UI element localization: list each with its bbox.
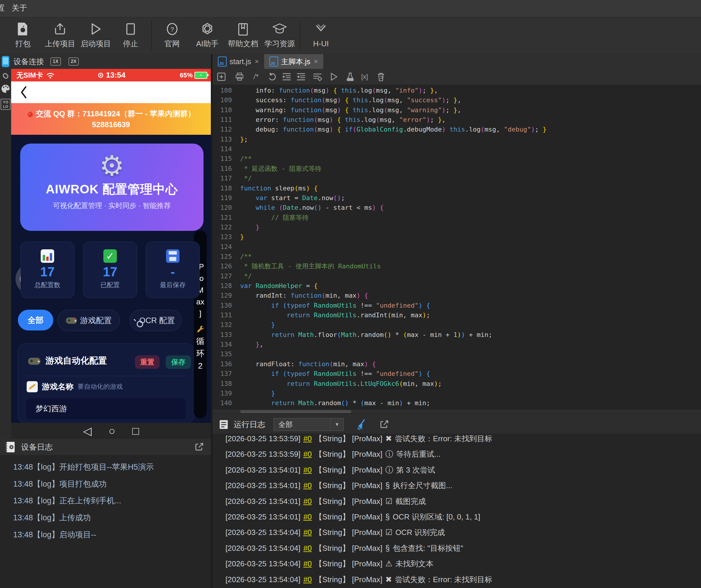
nav-home-icon[interactable]: ○ xyxy=(108,425,115,436)
game-card-title: 游戏自动化配置 xyxy=(45,355,107,367)
add-icon[interactable] xyxy=(216,71,227,82)
phone-icon[interactable] xyxy=(2,56,9,67)
phone-mirror[interactable]: 无SIM卡 ⊙ 13:54 65% ⚡ 交流 QQ 群：711841924（群一… xyxy=(11,69,211,423)
nav-recents-icon[interactable]: □ xyxy=(132,425,139,436)
log-ref-link[interactable]: #0 xyxy=(303,559,312,568)
filter-pill-1[interactable]: 全部 xyxy=(18,310,53,331)
toolbar-button-label: 打包 xyxy=(15,39,30,49)
undo-icon[interactable] xyxy=(266,71,278,82)
palette-icon[interactable] xyxy=(0,82,11,95)
line-number: 127 xyxy=(213,271,232,281)
outdent-icon[interactable] xyxy=(281,71,292,82)
qq-group-banner[interactable]: 交流 QQ 群：711841924（群一 - 苹果内测群） 528816639 xyxy=(11,103,211,135)
broom-icon[interactable] xyxy=(356,419,367,430)
log-ref-link[interactable]: #0 xyxy=(303,544,312,553)
device-log-entry: 13:48【log】上传成功 xyxy=(13,509,91,526)
log-message: 尝试失败：Error: 未找到目标 xyxy=(395,434,492,443)
log-ref-link[interactable]: #0 xyxy=(303,481,312,490)
reset-button[interactable]: 重置 xyxy=(135,355,160,369)
filter-pill-3[interactable]: OCR 配置 xyxy=(130,310,182,331)
editor-tab-2[interactable]: JS主脚本.js× xyxy=(264,54,323,69)
game-name-hint: 要自动化的游戏 xyxy=(77,382,123,391)
log-ref-link[interactable]: #0 xyxy=(303,528,312,537)
menu-item-about[interactable]: 关于 xyxy=(6,3,32,13)
apple-icon xyxy=(27,111,34,118)
filter-label: OCR 配置 xyxy=(140,315,175,326)
format-icon[interactable] xyxy=(311,71,323,82)
line-number: 116 xyxy=(213,164,232,174)
log-time: [2026-03-25 13:53:59] xyxy=(225,450,300,458)
nav-back-icon[interactable]: ◁ xyxy=(83,425,91,436)
run-log-entry: [2026-03-25 13:54:04]#0【String】 [ProMax]… xyxy=(225,556,433,572)
log-ref-link[interactable]: #0 xyxy=(303,575,312,584)
run-icon[interactable] xyxy=(328,71,340,82)
back-chevron-icon[interactable] xyxy=(19,85,28,99)
hero-subtitle: 可视化配置管理 · 实时同步 · 智能推荐 xyxy=(20,201,204,210)
device-log-entry: 13:48【log】正在上传到手机... xyxy=(13,492,121,509)
zoom-2x-button[interactable]: 2X xyxy=(68,57,79,66)
log-ref-link[interactable]: #0 xyxy=(303,465,312,474)
main-toolbar: 打包上传项目启动项目停止?官网AI助手帮助文档学习资源H-UI xyxy=(0,16,701,55)
log-ref-link[interactable]: #0 xyxy=(303,450,312,458)
line-number: 128 xyxy=(213,281,232,291)
line-number: 129 xyxy=(213,290,232,301)
tab-close-icon[interactable]: × xyxy=(255,57,259,66)
log-time: [2026-03-25 13:54:04] xyxy=(225,528,300,537)
line-number: 123 xyxy=(213,232,232,242)
zoom-1x-button[interactable]: 1X xyxy=(50,57,61,66)
log-ref-link[interactable]: #0 xyxy=(303,513,312,521)
indent-icon[interactable] xyxy=(295,71,307,82)
editor-tab-1[interactable]: JSstart.js× xyxy=(213,54,264,69)
clear-icon[interactable] xyxy=(375,71,387,82)
done-icon: ☑ xyxy=(385,497,392,506)
export-icon[interactable] xyxy=(194,442,204,452)
yolo-icon[interactable]: YOLO xyxy=(0,97,11,112)
stat-card-2: ✓17已配置 xyxy=(83,242,137,298)
toolbar-button-label: 帮助文档 xyxy=(228,39,258,49)
menu-item-clipped[interactable]: 置 xyxy=(0,3,6,13)
check-icon: ✓ xyxy=(83,247,137,265)
package-icon xyxy=(15,22,30,36)
comment-icon[interactable]: /* xyxy=(250,71,262,82)
clock-label: ⊙ 13:54 xyxy=(97,70,126,80)
log-message: 等待后重试... xyxy=(396,450,441,458)
run-log-entry: [2026-03-25 13:54:04]#0【String】 [ProMax]… xyxy=(225,525,445,540)
log-ref-link[interactable]: #0 xyxy=(303,434,312,443)
code-editor[interactable]: 108 info: function(msg) { this.log(msg, … xyxy=(213,85,701,410)
scrollbar-thumb[interactable] xyxy=(240,410,352,413)
step-icon: § xyxy=(385,544,390,553)
vars-icon[interactable]: [x] xyxy=(359,71,371,82)
test-icon[interactable] xyxy=(344,71,356,82)
run-log-entry: [2026-03-25 13:53:59]#0【String】 [ProMax]… xyxy=(225,446,441,462)
game-name-value: 梦幻西游 xyxy=(35,403,67,414)
log-time: [2026-03-25 13:54:01] xyxy=(225,465,300,474)
yolo-label: YOLO xyxy=(1,99,11,110)
print-icon[interactable] xyxy=(234,71,245,82)
toolbar-button-8[interactable]: 学习资源 xyxy=(258,19,302,51)
done-icon: ☑ xyxy=(385,528,392,537)
gamepad-icon xyxy=(65,317,77,324)
toolbar-button-9[interactable]: H-UI xyxy=(299,19,343,51)
toolbar-button-label: AI助手 xyxy=(196,39,219,49)
log-tag: 【String】 xyxy=(315,513,350,521)
toolbar-button-label: 停止 xyxy=(123,39,138,49)
game-name-input[interactable]: 梦幻西游 xyxy=(26,398,186,419)
toolbar-button-4[interactable]: 停止 xyxy=(108,19,153,51)
horizontal-scrollbar xyxy=(213,410,701,414)
log-filter-dropdown[interactable]: 全部 ▼ xyxy=(273,418,344,431)
docs-icon xyxy=(236,22,250,36)
filter-pill-2[interactable]: 游戏配置 xyxy=(57,310,120,331)
hui-icon xyxy=(313,22,328,37)
log-ref-link[interactable]: #0 xyxy=(303,497,312,506)
export-icon[interactable] xyxy=(379,419,390,430)
bar-chart-icon xyxy=(21,247,74,265)
device-log-entry: 13:48【log】启动项目-- xyxy=(13,526,96,543)
link-icon[interactable] xyxy=(0,69,11,82)
tab-close-icon[interactable]: × xyxy=(314,57,318,66)
upload-icon xyxy=(53,22,67,36)
wifi-icon xyxy=(46,72,55,79)
save-button[interactable]: 保存 xyxy=(166,355,191,369)
log-source: [ProMax] xyxy=(352,559,383,568)
warn-icon: ⚠ xyxy=(385,559,392,568)
line-number: 111 xyxy=(213,115,232,125)
